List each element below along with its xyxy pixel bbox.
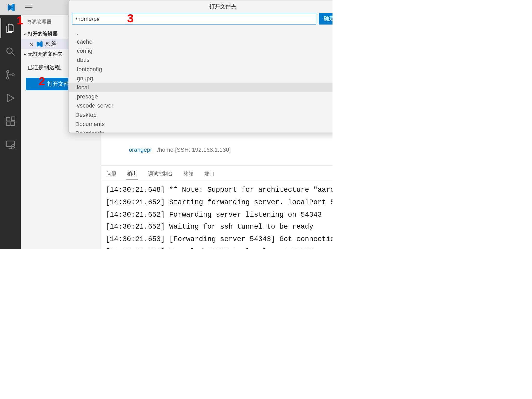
source-control-icon[interactable] bbox=[1, 65, 21, 85]
svg-point-9 bbox=[7, 48, 12, 54]
svg-point-11 bbox=[6, 71, 9, 73]
folder-option[interactable]: .. bbox=[69, 28, 332, 37]
tab-output[interactable]: 输出 bbox=[126, 168, 138, 180]
folder-option[interactable]: Downloads bbox=[69, 128, 332, 132]
bottom-panel: 问题 输出 调试控制台 终端 端口 Remote - SSH⌄ ⌃ ✕ [14:… bbox=[101, 165, 332, 249]
svg-rect-14 bbox=[6, 117, 10, 121]
extensions-icon[interactable] bbox=[1, 111, 21, 131]
folder-option[interactable]: Desktop bbox=[69, 110, 332, 119]
folder-option[interactable]: Documents bbox=[69, 119, 332, 128]
folder-option[interactable]: .gnupg bbox=[69, 74, 332, 83]
output-content[interactable]: [14:30:21.648] ** Note: Support for arch… bbox=[101, 180, 332, 249]
svg-rect-16 bbox=[11, 122, 15, 125]
vscode-logo-icon bbox=[7, 3, 15, 11]
tab-problems[interactable]: 问题 bbox=[105, 168, 117, 180]
svg-point-12 bbox=[6, 77, 9, 79]
close-editor-icon[interactable]: ✕ bbox=[29, 41, 34, 47]
folder-path-input[interactable] bbox=[72, 13, 316, 25]
folder-option[interactable]: .cache bbox=[69, 37, 332, 46]
tab-terminal[interactable]: 终端 bbox=[183, 168, 195, 180]
remote-explorer-icon[interactable] bbox=[1, 135, 21, 155]
open-folder-dialog: 打开文件夹 确定 显示本地 ...cache.config.dbus.fontc… bbox=[68, 0, 332, 133]
folder-option[interactable]: .vscode-server bbox=[69, 101, 332, 110]
svg-rect-17 bbox=[11, 117, 15, 121]
ok-button[interactable]: 确定 bbox=[319, 13, 332, 25]
folder-option[interactable]: .config bbox=[69, 46, 332, 55]
editor-filename: 欢迎 bbox=[45, 40, 56, 48]
explorer-icon[interactable] bbox=[1, 18, 21, 38]
svg-line-10 bbox=[12, 53, 14, 56]
folder-option[interactable]: .local bbox=[69, 83, 332, 92]
folder-list[interactable]: ...cache.config.dbus.fontconfig.gnupg.lo… bbox=[69, 27, 332, 132]
svg-point-13 bbox=[12, 74, 14, 76]
folder-option[interactable]: .fontconfig bbox=[69, 64, 332, 74]
search-icon[interactable] bbox=[1, 42, 21, 62]
run-debug-icon[interactable] bbox=[1, 88, 21, 108]
folder-option[interactable]: .presage bbox=[69, 92, 332, 101]
recent-item[interactable]: orangepi /home [SSH: 192.168.1.130] bbox=[129, 146, 231, 153]
folder-option[interactable]: .dbus bbox=[69, 55, 332, 64]
svg-rect-15 bbox=[6, 122, 10, 125]
sidebar-title: 资源管理器 bbox=[26, 18, 51, 25]
tab-ports[interactable]: 端口 bbox=[204, 168, 215, 180]
dialog-title: 打开文件夹 bbox=[69, 1, 332, 13]
activity-bar: 1 bbox=[0, 15, 21, 249]
hamburger-menu-icon[interactable] bbox=[25, 4, 32, 10]
vscode-file-icon bbox=[36, 41, 43, 48]
tab-debug-console[interactable]: 调试控制台 bbox=[147, 168, 174, 180]
